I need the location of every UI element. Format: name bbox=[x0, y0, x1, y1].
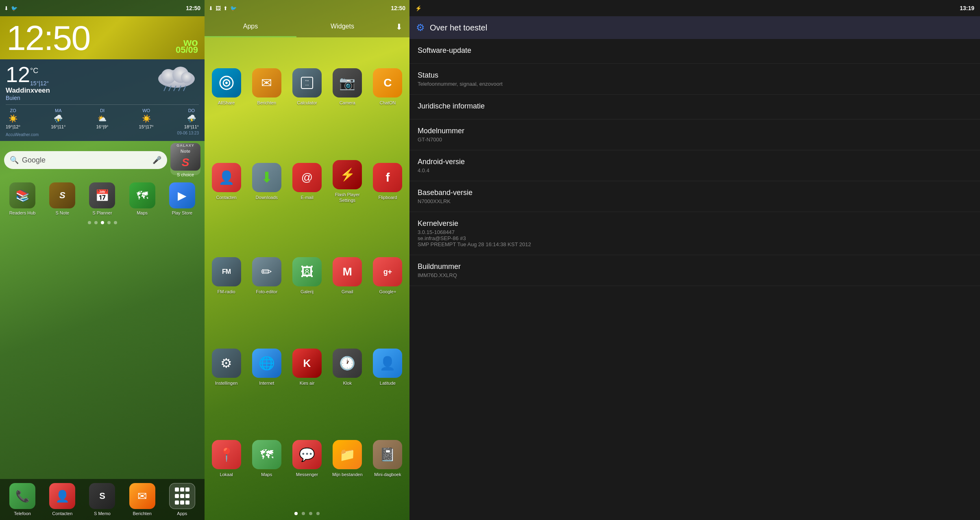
dock-smemo[interactable]: S S Memo bbox=[86, 483, 118, 516]
dot-2[interactable] bbox=[94, 221, 98, 224]
baseband-title: Baseband-versie bbox=[418, 188, 972, 197]
internet-label: Internet bbox=[259, 380, 274, 386]
kiesair-label: Kies air bbox=[300, 380, 315, 386]
drawer-dot-1[interactable] bbox=[294, 512, 298, 515]
grid-app-instellingen[interactable]: ⚙ Instellingen bbox=[206, 322, 246, 413]
snote-icon: S bbox=[49, 182, 75, 208]
gmail-label: Gmail bbox=[342, 289, 353, 295]
tab-apps[interactable]: Apps bbox=[205, 16, 296, 37]
search-label: Google bbox=[22, 156, 149, 165]
p3-status-left: ⚡ bbox=[415, 5, 422, 11]
search-magnifier-icon: 🔍 bbox=[10, 156, 19, 165]
svg-text:−÷: −÷ bbox=[305, 83, 309, 87]
grid-app-internet[interactable]: 🌐 Internet bbox=[246, 322, 287, 413]
grid-app-flash[interactable]: ⚡ Flash Player Settings bbox=[327, 133, 368, 230]
grid-app-latitude[interactable]: 👤 Latitude bbox=[368, 322, 408, 413]
settings-item-software-update[interactable]: Software-update bbox=[409, 39, 980, 64]
internet-icon: 🌐 bbox=[252, 349, 281, 378]
grid-app-minidagboek[interactable]: 📓 Mini-dagboek bbox=[368, 413, 408, 505]
grid-app-berichten[interactable]: ✉ Berichten bbox=[246, 41, 287, 133]
software-update-title: Software-update bbox=[418, 46, 972, 55]
contacten2-label: Contacten bbox=[216, 195, 237, 200]
contacten-icon: 👤 bbox=[49, 483, 75, 509]
grid-app-lokaal[interactable]: 📍 Lokaal bbox=[206, 413, 246, 505]
weather-cloud-icon bbox=[53, 63, 199, 92]
weather-widget: 12 °C 15°|12° Waddinxveen Buien bbox=[0, 59, 205, 141]
settings-header-title: Over het toestel bbox=[430, 23, 487, 32]
grid-app-klok[interactable]: 🕐 Klok bbox=[327, 322, 368, 413]
settings-item-juridische[interactable]: Juridische informatie bbox=[409, 95, 980, 119]
grid-app-mijnbestanden[interactable]: 📁 Mijn bestanden bbox=[327, 413, 368, 505]
grid-app-email[interactable]: @ E-mail bbox=[287, 133, 327, 230]
maps-icon: 🗺 bbox=[129, 182, 155, 208]
klok-icon: 🕐 bbox=[333, 349, 362, 378]
grid-app-gmail[interactable]: M Gmail bbox=[327, 230, 368, 322]
settings-item-buildnummer[interactable]: Buildnummer IMM76D.XXLRQ bbox=[409, 255, 980, 286]
dock-app-readershub[interactable]: 📚 Readers Hub bbox=[6, 182, 39, 215]
settings-item-modelnummer[interactable]: Modelnummer GT-N7000 bbox=[409, 119, 980, 150]
kernel-value: 3.0.15-1068447 se.infra@SEP-86 #3 SMP PR… bbox=[418, 229, 972, 247]
grid-app-camera[interactable]: 📷 Camera bbox=[327, 41, 368, 133]
grid-app-downloads[interactable]: ⬇ Downloads bbox=[246, 133, 287, 230]
p2-photo-icon: 🖼 bbox=[216, 5, 221, 11]
dock-app-splanner[interactable]: 📅 S Planner bbox=[86, 182, 118, 215]
weather-temp: 12 bbox=[6, 63, 30, 85]
grid-app-maps2[interactable]: 🗺 Maps bbox=[246, 413, 287, 505]
dock-app-snote[interactable]: S S Note bbox=[46, 182, 78, 215]
grid-app-googleplus[interactable]: g+ Google+ bbox=[368, 230, 408, 322]
android-title: Android-versie bbox=[418, 158, 972, 166]
grid-app-calculator[interactable]: +× −÷ Calculator bbox=[287, 41, 327, 133]
dock-app-maps[interactable]: 🗺 Maps bbox=[126, 182, 159, 215]
berichten2-icon: ✉ bbox=[252, 68, 281, 98]
settings-item-kernel[interactable]: Kernelversie 3.0.15-1068447 se.infra@SEP… bbox=[409, 212, 980, 255]
status-left-icons: ⬇ 🐦 bbox=[4, 5, 17, 11]
settings-item-baseband[interactable]: Baseband-versie N7000XXLRK bbox=[409, 181, 980, 212]
settings-item-status[interactable]: Status Telefoonnummer, signaal, enzovoor… bbox=[409, 64, 980, 95]
grid-app-messenger[interactable]: 💬 Messenger bbox=[287, 413, 327, 505]
grid-app-allshare[interactable]: AllShare bbox=[206, 41, 246, 133]
tab-download[interactable]: ⬇ bbox=[388, 16, 409, 37]
app-dock-row: 📚 Readers Hub S S Note 📅 S Planner 🗺 Map… bbox=[0, 179, 205, 219]
drawer-dot-2[interactable] bbox=[302, 512, 305, 515]
settings-list: Software-update Status Telefoonnummer, s… bbox=[409, 39, 980, 520]
dot-4[interactable] bbox=[107, 221, 111, 224]
dock-contacten[interactable]: 👤 Contacten bbox=[46, 483, 78, 516]
telefoon-icon: 📞 bbox=[9, 483, 35, 509]
forecast-day-zo: ZO ☀️ 19°|12° bbox=[6, 108, 20, 129]
home-page-dots bbox=[0, 219, 205, 227]
dot-3-active[interactable] bbox=[101, 221, 104, 224]
settings-item-android[interactable]: Android-versie 4.0.4 bbox=[409, 150, 980, 181]
lokaal-label: Lokaal bbox=[220, 472, 233, 477]
grid-app-fotoeditor[interactable]: ✏ Foto-editor bbox=[246, 230, 287, 322]
grid-app-kiesair[interactable]: K Kies air bbox=[287, 322, 327, 413]
dock-app-playstore[interactable]: ▶ Play Store bbox=[166, 182, 198, 215]
baseband-value: N7000XXLRK bbox=[418, 198, 972, 204]
dock-berichten[interactable]: ✉ Berichten bbox=[126, 483, 159, 516]
tab-widgets[interactable]: Widgets bbox=[296, 16, 388, 37]
google-search-box[interactable]: 🔍 Google 🎤 bbox=[4, 151, 167, 169]
grid-app-fmradio[interactable]: FM FM-radio bbox=[206, 230, 246, 322]
juridische-title: Juridische informatie bbox=[418, 102, 972, 110]
mic-icon[interactable]: 🎤 bbox=[152, 156, 161, 165]
email-label: E-mail bbox=[301, 195, 313, 200]
grid-app-galerij[interactable]: 🖼 Galerij bbox=[287, 230, 327, 322]
galerij-label: Galerij bbox=[301, 289, 314, 295]
p2-twitter-icon: 🐦 bbox=[230, 5, 237, 11]
grid-app-contacten[interactable]: 👤 Contacten bbox=[206, 133, 246, 230]
flash-icon: ⚡ bbox=[333, 160, 362, 189]
s-choice-widget[interactable]: GALAXY Note S S choice bbox=[170, 145, 200, 175]
grid-app-flipboard[interactable]: f Flipboard bbox=[368, 133, 408, 230]
calculator-icon: +× −÷ bbox=[292, 68, 322, 98]
grid-app-chaton[interactable]: C ChatON bbox=[368, 41, 408, 133]
dot-5[interactable] bbox=[114, 221, 117, 224]
dock-apps[interactable]: Apps bbox=[166, 483, 198, 516]
chaton-icon: C bbox=[373, 68, 402, 98]
latitude-label: Latitude bbox=[380, 380, 396, 386]
dot-1[interactable] bbox=[88, 221, 91, 224]
camera-icon: 📷 bbox=[333, 68, 362, 98]
dock-telefoon[interactable]: 📞 Telefoon bbox=[6, 483, 39, 516]
drawer-dot-4[interactable] bbox=[316, 512, 320, 515]
forecast-day-di: DI ⛅ 16°|9° bbox=[96, 108, 108, 129]
drawer-dot-3[interactable] bbox=[309, 512, 312, 515]
messenger-icon: 💬 bbox=[292, 440, 322, 469]
